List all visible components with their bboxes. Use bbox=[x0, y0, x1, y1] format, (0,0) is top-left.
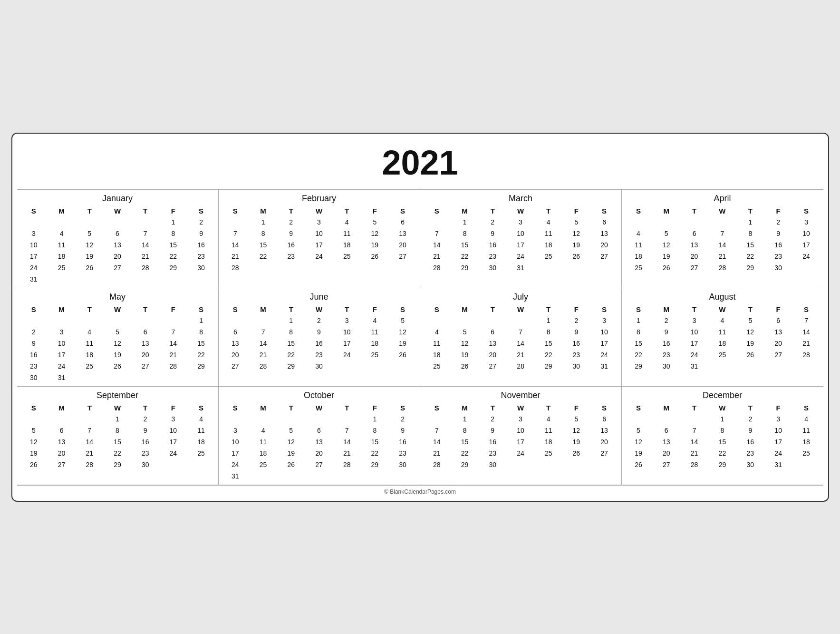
calendar-day: 29 bbox=[361, 459, 389, 470]
calendar-week-row: 1234 bbox=[625, 413, 821, 425]
calendar-day: 18 bbox=[361, 338, 389, 349]
calendar-day: 28 bbox=[159, 361, 187, 372]
calendar-day bbox=[423, 216, 451, 228]
calendar-day: 5 bbox=[562, 216, 590, 228]
calendar-day bbox=[333, 361, 361, 372]
calendar-day bbox=[451, 315, 479, 326]
month-name: September bbox=[20, 390, 215, 400]
calendar-day: 23 bbox=[131, 448, 159, 459]
calendar-day: 22 bbox=[187, 349, 215, 361]
calendar-day: 30 bbox=[131, 459, 159, 470]
calendar-day: 7 bbox=[708, 228, 736, 239]
month-cell-october: OctoberSMTWTFS12345678910111213141516171… bbox=[219, 387, 420, 485]
calendar-day: 19 bbox=[76, 251, 104, 262]
calendar-day: 23 bbox=[764, 251, 792, 262]
calendar-day: 27 bbox=[389, 251, 417, 262]
calendar-day: 1 bbox=[534, 315, 562, 326]
calendar-day: 12 bbox=[389, 326, 417, 338]
calendar-day: 27 bbox=[305, 459, 333, 470]
calendar-day: 14 bbox=[708, 239, 736, 251]
calendar-week-row: 123456 bbox=[423, 216, 618, 228]
calendar-day: 23 bbox=[20, 361, 48, 372]
calendar-day: 3 bbox=[333, 315, 361, 326]
month-table: SMTWTFS123456789101112131415161718192021… bbox=[222, 304, 417, 372]
calendar-day: 25 bbox=[625, 262, 653, 273]
calendar-day bbox=[534, 262, 562, 273]
day-header: M bbox=[652, 205, 680, 216]
calendar-day: 22 bbox=[736, 251, 764, 262]
calendar-day bbox=[20, 315, 48, 326]
calendar-day: 23 bbox=[187, 251, 215, 262]
month-cell-june: JuneSMTWTFS12345678910111213141516171819… bbox=[219, 288, 420, 387]
calendar-day bbox=[249, 262, 277, 273]
calendar-day: 29 bbox=[159, 262, 187, 273]
day-header: F bbox=[159, 402, 187, 413]
calendar-day: 7 bbox=[680, 425, 708, 436]
calendar-day: 31 bbox=[507, 262, 535, 273]
calendar-day: 9 bbox=[20, 338, 48, 349]
calendar-day bbox=[680, 216, 708, 228]
calendar-week-row: 25262728293031 bbox=[423, 361, 618, 372]
month-table: SMTWTFS123456789101112131415161718192021… bbox=[423, 304, 618, 372]
calendar-day: 27 bbox=[222, 361, 250, 372]
calendar-day: 10 bbox=[507, 228, 535, 239]
calendar-day: 11 bbox=[249, 436, 277, 448]
calendar-day: 26 bbox=[76, 262, 104, 273]
day-header: S bbox=[590, 304, 618, 315]
day-header: S bbox=[590, 402, 618, 413]
month-table: SMTWTFS123456789101112131415161718192021… bbox=[625, 205, 821, 273]
calendar-day bbox=[389, 361, 417, 372]
calendar-day: 25 bbox=[708, 349, 736, 361]
calendar-day: 13 bbox=[389, 228, 417, 239]
calendar-week-row: 10111213141516 bbox=[222, 436, 417, 448]
calendar-week-row: 31 bbox=[222, 470, 417, 482]
day-header: S bbox=[792, 402, 821, 413]
calendar-day: 29 bbox=[187, 361, 215, 372]
calendar-week-row: 78910111213 bbox=[222, 228, 417, 239]
calendar-day: 15 bbox=[534, 338, 562, 349]
calendar-day: 24 bbox=[159, 448, 187, 459]
month-name: October bbox=[222, 390, 417, 400]
day-header: S bbox=[187, 205, 215, 216]
calendar-day: 12 bbox=[736, 326, 764, 338]
calendar-week-row: 123456 bbox=[423, 413, 618, 425]
day-header: F bbox=[764, 205, 792, 216]
day-header: W bbox=[708, 304, 736, 315]
calendar-day: 5 bbox=[104, 326, 132, 338]
calendar-day: 20 bbox=[104, 251, 132, 262]
calendar-day bbox=[20, 216, 48, 228]
calendar-day bbox=[764, 361, 792, 372]
calendar-day: 1 bbox=[708, 413, 736, 425]
calendar-day: 16 bbox=[131, 436, 159, 448]
calendar-day: 5 bbox=[652, 228, 680, 239]
calendar-day: 9 bbox=[562, 326, 590, 338]
calendar-day: 20 bbox=[590, 436, 618, 448]
calendar-day bbox=[187, 372, 215, 383]
calendar-day: 7 bbox=[792, 315, 821, 326]
calendar-day: 7 bbox=[131, 228, 159, 239]
calendar-day: 13 bbox=[131, 338, 159, 349]
calendar-week-row: 10111213141516 bbox=[20, 239, 215, 251]
calendar-day bbox=[562, 459, 590, 470]
calendar-day bbox=[590, 262, 618, 273]
calendar-day: 19 bbox=[389, 338, 417, 349]
calendar-day: 18 bbox=[625, 251, 653, 262]
calendar-day: 12 bbox=[562, 425, 590, 436]
calendar-day: 10 bbox=[48, 338, 76, 349]
calendar-day: 17 bbox=[159, 436, 187, 448]
calendar-day: 11 bbox=[625, 239, 653, 251]
calendar-day: 15 bbox=[361, 436, 389, 448]
calendar-day: 9 bbox=[305, 326, 333, 338]
calendar-day: 2 bbox=[20, 326, 48, 338]
month-name: January bbox=[20, 194, 215, 204]
calendar-day bbox=[389, 470, 417, 482]
calendar-day: 2 bbox=[305, 315, 333, 326]
calendar-day bbox=[48, 315, 76, 326]
calendar-day bbox=[222, 315, 250, 326]
calendar-day: 30 bbox=[20, 372, 48, 383]
day-header: W bbox=[305, 402, 333, 413]
calendar-day: 8 bbox=[708, 425, 736, 436]
calendar-week-row: 1234 bbox=[20, 413, 215, 425]
calendar-day: 26 bbox=[104, 361, 132, 372]
day-header: T bbox=[534, 304, 562, 315]
